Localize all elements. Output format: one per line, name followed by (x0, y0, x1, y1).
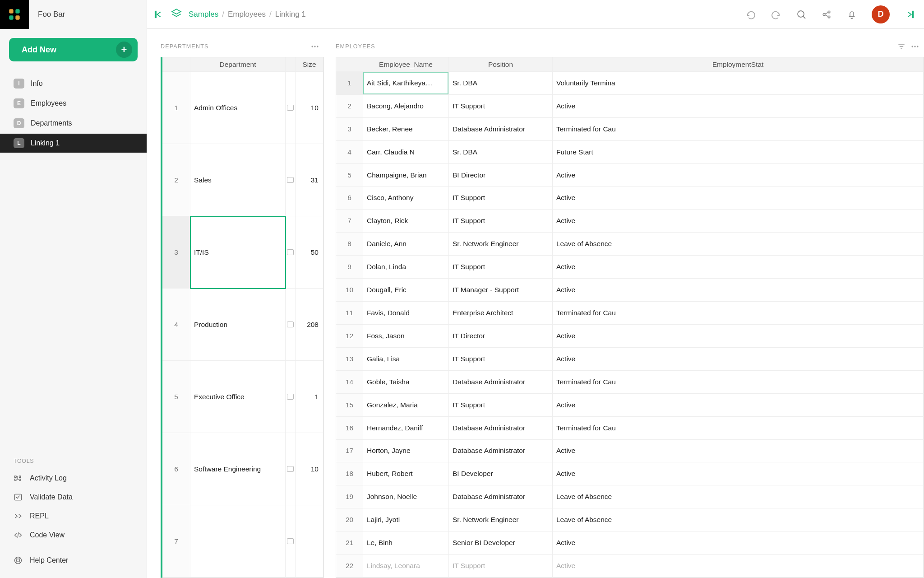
cell-department[interactable]: IT/IS (190, 216, 286, 289)
table-row[interactable]: 2Bacong, AlejandroIT SupportActive (336, 95, 924, 118)
cell-status[interactable]: Active (553, 210, 924, 233)
cell-position[interactable]: Database Administrator (449, 417, 553, 440)
cell-position[interactable]: IT Support (449, 187, 553, 210)
cell-status[interactable]: Active (553, 555, 924, 578)
cell-employee-name[interactable]: Daniele, Ann (363, 233, 449, 256)
row-number[interactable]: 1 (336, 72, 363, 95)
row-number[interactable]: 7 (162, 505, 190, 578)
cell-department[interactable]: Sales (190, 144, 286, 216)
table-row[interactable]: 17Horton, JayneDatabase AdministratorAct… (336, 440, 924, 463)
row-number[interactable]: 5 (336, 164, 363, 187)
cell-status[interactable]: Future Start (553, 141, 924, 164)
cell-position[interactable]: Sr. DBA (449, 141, 553, 164)
col-header-size[interactable]: Size (296, 57, 323, 72)
cell-size[interactable]: 1 (296, 361, 323, 433)
row-number[interactable]: 3 (162, 216, 190, 289)
undo-icon[interactable] (745, 9, 756, 20)
col-header-department[interactable]: Department (190, 57, 286, 72)
row-number[interactable]: 13 (336, 348, 363, 371)
row-number[interactable]: 9 (336, 256, 363, 279)
table-row[interactable]: 19Johnson, NoelleDatabase AdministratorL… (336, 485, 924, 508)
table-row[interactable]: 18Hubert, RobertBI DeveloperActive (336, 462, 924, 485)
row-number[interactable]: 2 (162, 144, 190, 216)
cell-status[interactable]: Active (553, 394, 924, 417)
cell-employee-name[interactable]: Carr, Claudia N (363, 141, 449, 164)
cell-position[interactable]: Senior BI Developer (449, 531, 553, 555)
cell-status[interactable]: Terminated for Cau (553, 371, 924, 394)
breadcrumb-item-1[interactable]: Employees (228, 10, 266, 19)
row-number[interactable]: 7 (336, 210, 363, 233)
row-number[interactable]: 6 (162, 433, 190, 505)
cell-position[interactable]: IT Support (449, 555, 553, 578)
cell-status[interactable]: Active (553, 187, 924, 210)
row-number[interactable]: 21 (336, 531, 363, 555)
cell-employee-name[interactable]: Foss, Jason (363, 325, 449, 348)
cell-department[interactable]: Production (190, 289, 286, 361)
cell-employee-name[interactable]: Lindsay, Leonara (363, 555, 449, 578)
search-icon[interactable] (796, 9, 807, 20)
row-number[interactable]: 12 (336, 325, 363, 348)
cell-employee-name[interactable]: Hubert, Robert (363, 462, 449, 485)
cell-position[interactable]: BI Director (449, 164, 553, 187)
cell-position[interactable]: Database Administrator (449, 118, 553, 141)
col-header-status[interactable]: EmploymentStat (553, 57, 924, 72)
sidebar-item-info[interactable]: IInfo (0, 74, 147, 93)
employees-grid[interactable]: Employee_NamePositionEmploymentStat1Ait … (336, 57, 924, 578)
cell-size[interactable] (296, 505, 323, 578)
cell-employee-name[interactable]: Gonzalez, Maria (363, 394, 449, 417)
table-row[interactable]: 1Ait Sidi, Karthikeya…Sr. DBAVoluntarily… (336, 72, 924, 95)
cell-size[interactable]: 10 (296, 72, 323, 144)
row-number[interactable]: 17 (336, 440, 363, 463)
cell-status[interactable]: Terminated for Cau (553, 118, 924, 141)
row-number[interactable]: 5 (162, 361, 190, 433)
cell-position[interactable]: Database Administrator (449, 371, 553, 394)
table-row[interactable]: 5Champaigne, BrianBI DirectorActive (336, 164, 924, 187)
cell-position[interactable]: IT Support (449, 348, 553, 371)
cell-status[interactable]: Active (553, 531, 924, 555)
document-title[interactable]: Foo Bar (29, 10, 65, 19)
table-row[interactable]: 7Clayton, RickIT SupportActive (336, 210, 924, 233)
cell-employee-name[interactable]: Favis, Donald (363, 302, 449, 325)
cell-employee-name[interactable]: Hernandez, Daniff (363, 417, 449, 440)
row-number[interactable]: 19 (336, 485, 363, 508)
cell-status[interactable]: Terminated for Cau (553, 417, 924, 440)
row-number[interactable]: 10 (336, 279, 363, 302)
cell-position[interactable]: Sr. DBA (449, 72, 553, 95)
col-header-position[interactable]: Position (449, 57, 553, 72)
row-number[interactable]: 11 (336, 302, 363, 325)
row-number[interactable]: 2 (336, 95, 363, 118)
cell-employee-name[interactable]: Dolan, Linda (363, 256, 449, 279)
row-number[interactable]: 20 (336, 508, 363, 531)
cell-status[interactable]: Leave of Absence (553, 233, 924, 256)
cell-size[interactable]: 208 (296, 289, 323, 361)
ref-icon[interactable] (286, 72, 296, 144)
cell-position[interactable]: Database Administrator (449, 440, 553, 463)
cell-position[interactable]: IT Support (449, 95, 553, 118)
table-row[interactable]: 11Favis, DonaldEnterprise ArchitectTermi… (336, 302, 924, 325)
table-row[interactable]: 5Executive Office1 (162, 361, 323, 433)
cell-position[interactable]: IT Manager - Support (449, 279, 553, 302)
table-row[interactable]: 9Dolan, LindaIT SupportActive (336, 256, 924, 279)
table-row[interactable]: 6Cisco, AnthonyIT SupportActive (336, 187, 924, 210)
table-row[interactable]: 20Lajiri, JyotiSr. Network EngineerLeave… (336, 508, 924, 531)
table-row[interactable]: 1Admin Offices10 (162, 72, 323, 144)
cell-department[interactable]: Executive Office (190, 361, 286, 433)
cell-position[interactable]: IT Support (449, 256, 553, 279)
cell-employee-name[interactable]: Horton, Jayne (363, 440, 449, 463)
cell-status[interactable]: Active (553, 325, 924, 348)
ref-icon[interactable] (286, 144, 296, 216)
table-row[interactable]: 21Le, BinhSenior BI DeveloperActive (336, 531, 924, 555)
cell-status[interactable]: Voluntarily Termina (553, 72, 924, 95)
table-row[interactable]: 4Production208 (162, 289, 323, 361)
cell-employee-name[interactable]: Ait Sidi, Karthikeya… (363, 72, 449, 95)
table-row[interactable]: 3IT/IS50 (162, 216, 323, 289)
cell-position[interactable]: Database Administrator (449, 485, 553, 508)
cell-employee-name[interactable]: Johnson, Noelle (363, 485, 449, 508)
row-number[interactable]: 15 (336, 394, 363, 417)
expand-right-panel-icon[interactable] (904, 9, 915, 20)
table-row[interactable]: 16Hernandez, DaniffDatabase Administrato… (336, 417, 924, 440)
cell-position[interactable]: Sr. Network Engineer (449, 508, 553, 531)
ref-icon[interactable] (286, 216, 296, 289)
cell-employee-name[interactable]: Bacong, Alejandro (363, 95, 449, 118)
share-icon[interactable] (821, 9, 832, 20)
